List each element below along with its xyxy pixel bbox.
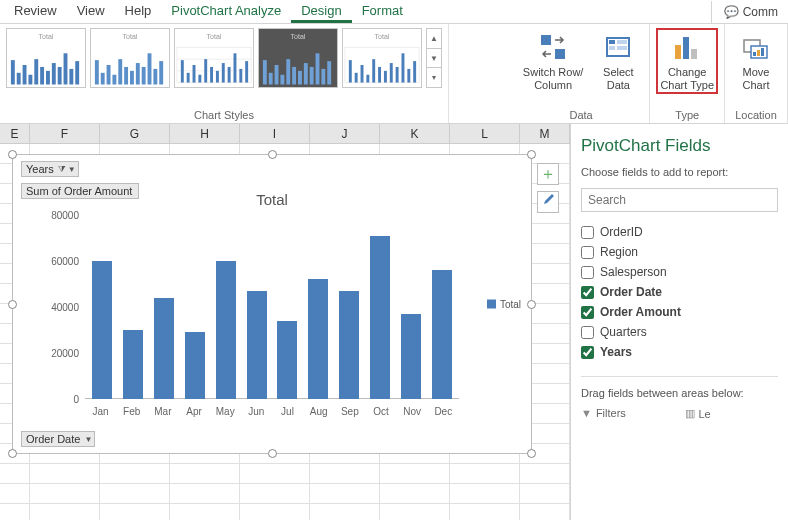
filters-area[interactable]: ▼Filters: [581, 407, 675, 420]
field-checkbox[interactable]: [581, 266, 594, 279]
comments-button[interactable]: 💬 Comm: [711, 1, 782, 23]
field-checkbox[interactable]: [581, 226, 594, 239]
worksheet[interactable]: EFGHIJKLM Years ⧩ ▼ Sum of Order Amount …: [0, 124, 570, 520]
field-item[interactable]: Years: [581, 342, 778, 362]
chart-values-button[interactable]: Sum of Order Amount: [21, 183, 139, 199]
column-header[interactable]: M: [520, 124, 570, 144]
resize-handle[interactable]: [8, 449, 17, 458]
field-checkbox[interactable]: [581, 306, 594, 319]
field-checkbox[interactable]: [581, 346, 594, 359]
svg-rect-68: [617, 40, 627, 44]
svg-rect-0: [11, 60, 15, 84]
resize-handle[interactable]: [527, 150, 536, 159]
field-item[interactable]: Salesperson: [581, 262, 778, 282]
chart-style-4[interactable]: Total: [258, 28, 338, 88]
svg-rect-36: [234, 53, 237, 82]
field-checkbox[interactable]: [581, 326, 594, 339]
chart-bar[interactable]: [216, 261, 236, 399]
column-header[interactable]: J: [310, 124, 380, 144]
move-chart-label: Move Chart: [743, 66, 770, 92]
value-button-label: Sum of Order Amount: [26, 185, 132, 197]
move-chart-button[interactable]: Move Chart: [731, 28, 781, 94]
chart-styles-button[interactable]: [537, 191, 559, 213]
drop-areas: ▼Filters ▥Le: [581, 407, 778, 420]
x-tick-label: Sep: [340, 406, 360, 417]
x-tick-label: Nov: [402, 406, 422, 417]
resize-handle[interactable]: [268, 150, 277, 159]
tab-design[interactable]: Design: [291, 0, 351, 23]
x-axis-labels: JanFebMarAprMayJunJulAugSepOctNovDec: [85, 406, 459, 417]
column-header[interactable]: I: [240, 124, 310, 144]
resize-handle[interactable]: [527, 449, 536, 458]
resize-handle[interactable]: [8, 150, 17, 159]
chart-elements-button[interactable]: ＋: [537, 163, 559, 185]
chart-bar[interactable]: [370, 236, 390, 399]
select-data-button[interactable]: Select Data: [593, 28, 643, 94]
tab-pivotchart-analyze[interactable]: PivotChart Analyze: [161, 0, 291, 23]
chart-bar[interactable]: [185, 332, 205, 399]
chart-style-5[interactable]: Total: [342, 28, 422, 88]
column-header[interactable]: G: [100, 124, 170, 144]
field-item[interactable]: Order Date: [581, 282, 778, 302]
field-item[interactable]: Quarters: [581, 322, 778, 342]
resize-handle[interactable]: [268, 449, 277, 458]
x-tick-label: Dec: [433, 406, 453, 417]
resize-handle[interactable]: [527, 300, 536, 309]
svg-rect-50: [327, 61, 331, 84]
chart-filter-years[interactable]: Years ⧩ ▼: [21, 161, 79, 177]
field-label: Salesperson: [600, 265, 667, 279]
legend-area[interactable]: ▥Le: [685, 407, 779, 420]
y-tick-label: 20000: [51, 348, 79, 359]
chart-bar[interactable]: [92, 261, 112, 399]
column-header[interactable]: K: [380, 124, 450, 144]
field-item[interactable]: OrderID: [581, 222, 778, 242]
tab-format[interactable]: Format: [352, 0, 413, 23]
field-item[interactable]: Order Amount: [581, 302, 778, 322]
field-label: Order Amount: [600, 305, 681, 319]
plot-area: 020000400006000080000: [43, 215, 459, 399]
chart-axis-button[interactable]: Order Date ▼: [21, 431, 95, 447]
chart-bar[interactable]: [247, 291, 267, 399]
field-checkbox[interactable]: [581, 286, 594, 299]
y-tick-label: 80000: [51, 210, 79, 221]
chart-legend[interactable]: Total: [487, 299, 521, 310]
chart-bar[interactable]: [308, 279, 328, 399]
svg-rect-40: [269, 73, 273, 85]
change-chart-type-button[interactable]: Change Chart Type: [656, 28, 718, 94]
column-header[interactable]: F: [30, 124, 100, 144]
tab-review[interactable]: Review: [4, 0, 67, 23]
gallery-up-icon[interactable]: ▲: [427, 29, 441, 49]
field-checkbox[interactable]: [581, 246, 594, 259]
chart-style-3[interactable]: Total: [174, 28, 254, 88]
field-search-input[interactable]: [581, 188, 778, 212]
column-header[interactable]: L: [450, 124, 520, 144]
move-chart-icon: [739, 30, 773, 64]
gallery-more-icon[interactable]: ▾: [427, 68, 441, 87]
chart-bar[interactable]: [401, 314, 421, 399]
chart-bar[interactable]: [123, 330, 143, 399]
tab-help[interactable]: Help: [115, 0, 162, 23]
chart-bar[interactable]: [339, 291, 359, 399]
comment-icon: 💬: [724, 5, 739, 19]
tab-view[interactable]: View: [67, 0, 115, 23]
switch-row-column-button[interactable]: Switch Row/ Column: [519, 28, 588, 94]
column-header[interactable]: E: [0, 124, 30, 144]
svg-rect-37: [239, 69, 242, 83]
svg-rect-54: [361, 65, 364, 83]
chart-bar[interactable]: [154, 298, 174, 399]
svg-rect-5: [40, 67, 44, 85]
x-tick-label: Apr: [184, 406, 204, 417]
chart-style-2[interactable]: Total: [90, 28, 170, 88]
chart-style-1[interactable]: Total: [6, 28, 86, 88]
gallery-down-icon[interactable]: ▼: [427, 49, 441, 69]
field-item[interactable]: Region: [581, 242, 778, 262]
chart-styles-gallery: Total Total Total Total Total: [6, 28, 442, 88]
chart-bar[interactable]: [432, 270, 452, 399]
resize-handle[interactable]: [8, 300, 17, 309]
filter-button-label: Years: [26, 163, 54, 175]
svg-rect-56: [372, 59, 375, 82]
column-header[interactable]: H: [170, 124, 240, 144]
pivot-chart[interactable]: Years ⧩ ▼ Sum of Order Amount Order Date…: [12, 154, 532, 454]
svg-rect-19: [136, 63, 140, 84]
chart-bar[interactable]: [277, 321, 297, 399]
